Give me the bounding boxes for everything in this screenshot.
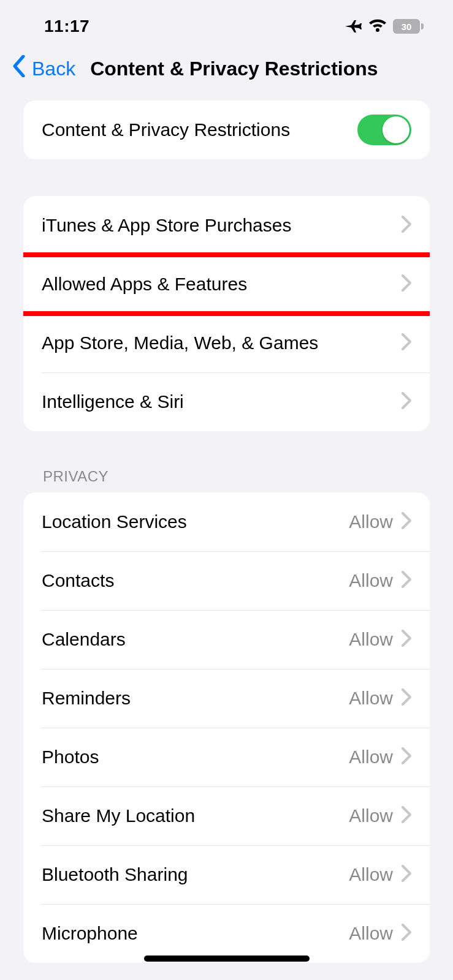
- chevron-right-icon: [402, 571, 411, 590]
- row-value: Allow: [349, 511, 393, 532]
- row-value: Allow: [349, 570, 393, 591]
- wifi-icon: [368, 19, 387, 34]
- row-label: Calendars: [42, 629, 126, 650]
- chevron-right-icon: [402, 630, 411, 649]
- row-label: iTunes & App Store Purchases: [42, 215, 291, 236]
- row-label: Intelligence & Siri: [42, 391, 184, 412]
- row-value: Allow: [349, 688, 393, 709]
- status-time: 11:17: [44, 17, 89, 36]
- status-icons: 30: [344, 18, 424, 34]
- chevron-right-icon: [402, 688, 411, 708]
- chevron-right-icon: [402, 747, 411, 767]
- row-itunes-appstore-purchases[interactable]: iTunes & App Store Purchases: [23, 196, 430, 255]
- status-bar: 11:17 30: [0, 0, 453, 43]
- chevron-right-icon: [402, 216, 411, 235]
- row-calendars[interactable]: Calendars Allow: [23, 610, 430, 669]
- chevron-right-icon: [402, 512, 411, 532]
- row-intelligence-siri[interactable]: Intelligence & Siri: [23, 372, 430, 431]
- page-title: Content & Privacy Restrictions: [90, 58, 378, 80]
- row-value: Allow: [349, 923, 393, 944]
- chevron-right-icon: [402, 924, 411, 943]
- chevron-right-icon: [402, 865, 411, 884]
- row-label: Location Services: [42, 511, 187, 532]
- home-indicator[interactable]: [144, 956, 310, 962]
- airplane-mode-icon: [344, 18, 362, 34]
- row-label: Contacts: [42, 570, 114, 591]
- battery-percent: 30: [402, 21, 412, 32]
- nav-bar: Back Content & Privacy Restrictions: [0, 43, 453, 100]
- toggle-switch[interactable]: [357, 115, 411, 145]
- row-label: Reminders: [42, 688, 131, 709]
- row-label: Share My Location: [42, 805, 195, 826]
- row-share-my-location[interactable]: Share My Location Allow: [23, 786, 430, 845]
- row-microphone[interactable]: Microphone Allow: [23, 904, 430, 963]
- row-allowed-apps-features[interactable]: Allowed Apps & Features: [23, 255, 430, 314]
- section-restrictions: iTunes & App Store Purchases Allowed App…: [23, 196, 430, 431]
- section-privacy: Location Services Allow Contacts Allow C…: [23, 492, 430, 963]
- section-master-toggle: Content & Privacy Restrictions: [23, 100, 430, 159]
- back-button[interactable]: Back: [12, 55, 75, 82]
- row-value: Allow: [349, 805, 393, 826]
- row-content-privacy-toggle[interactable]: Content & Privacy Restrictions: [23, 100, 430, 159]
- row-location-services[interactable]: Location Services Allow: [23, 492, 430, 551]
- chevron-right-icon: [402, 392, 411, 412]
- section-header-privacy: PRIVACY: [43, 468, 430, 485]
- row-bluetooth-sharing[interactable]: Bluetooth Sharing Allow: [23, 845, 430, 904]
- row-photos[interactable]: Photos Allow: [23, 728, 430, 786]
- row-label: Bluetooth Sharing: [42, 864, 188, 885]
- row-label: Microphone: [42, 923, 138, 944]
- row-value: Allow: [349, 629, 393, 650]
- row-label: App Store, Media, Web, & Games: [42, 333, 318, 353]
- row-value: Allow: [349, 864, 393, 885]
- chevron-right-icon: [402, 333, 411, 353]
- battery-icon: 30: [393, 19, 424, 34]
- row-label: Photos: [42, 747, 99, 767]
- row-value: Allow: [349, 747, 393, 767]
- chevron-left-icon: [12, 55, 26, 82]
- back-label: Back: [32, 58, 75, 80]
- row-label: Content & Privacy Restrictions: [42, 119, 290, 140]
- chevron-right-icon: [402, 274, 411, 294]
- row-reminders[interactable]: Reminders Allow: [23, 669, 430, 728]
- row-contacts[interactable]: Contacts Allow: [23, 551, 430, 610]
- row-appstore-media-web-games[interactable]: App Store, Media, Web, & Games: [23, 314, 430, 372]
- chevron-right-icon: [402, 806, 411, 826]
- row-label: Allowed Apps & Features: [42, 274, 247, 295]
